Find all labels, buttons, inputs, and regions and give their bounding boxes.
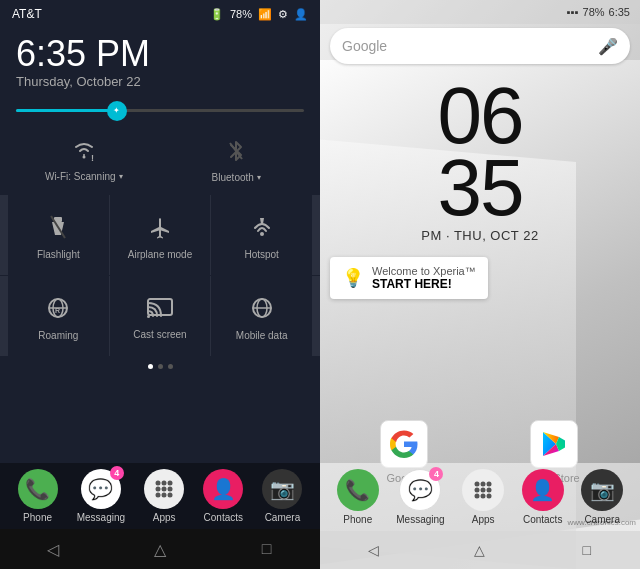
battery-icon: 🔋 [210, 8, 224, 21]
right-dock-contacts[interactable]: 👤 Contacts [522, 469, 564, 525]
svg-point-6 [260, 232, 264, 236]
svg-point-18 [168, 481, 173, 486]
svg-point-0 [82, 155, 85, 158]
svg-point-22 [156, 493, 161, 498]
apps-icon[interactable] [144, 469, 184, 509]
svg-point-32 [481, 494, 486, 499]
hotspot-tile[interactable]: Hotspot [211, 195, 312, 275]
settings-icon[interactable]: ⚙ [278, 8, 288, 21]
signal-icon: 📶 [258, 8, 272, 21]
dock-apps[interactable]: Apps [144, 469, 184, 523]
google-icon[interactable] [380, 420, 428, 468]
cast-tile[interactable]: Cast screen [110, 276, 211, 356]
svg-text:!: ! [91, 153, 94, 161]
right-messaging-badge: 4 [429, 467, 443, 481]
messaging-label: Messaging [77, 512, 125, 523]
xperia-cta: START HERE! [372, 277, 476, 291]
user-icon[interactable]: 👤 [294, 8, 308, 21]
svg-point-29 [481, 488, 486, 493]
svg-point-16 [156, 481, 161, 486]
dock-phone[interactable]: 📞 Phone [18, 469, 58, 523]
flashlight-icon [48, 215, 68, 245]
svg-point-19 [156, 487, 161, 492]
svg-text:R: R [55, 307, 60, 314]
airplane-label: Airplane mode [128, 249, 192, 260]
xperia-text: Welcome to Xperia™ START HERE! [372, 265, 476, 291]
dot-2 [158, 364, 163, 369]
nav-bar-left: ◁ △ □ [0, 529, 320, 569]
right-dock-messaging[interactable]: 💬 4 Messaging [396, 469, 444, 525]
right-messaging-icon[interactable]: 💬 4 [399, 469, 441, 511]
watermark: www.cntronics.com [568, 518, 636, 527]
bulb-icon: 💡 [342, 267, 364, 289]
dock-camera[interactable]: 📷 Camera [262, 469, 302, 523]
status-bar-left: AT&T 🔋 78% 📶 ⚙ 👤 [0, 0, 320, 28]
flashlight-label: Flashlight [37, 249, 80, 260]
quick-settings-row2: Flashlight Airplane mode Hotspot [0, 195, 320, 275]
svg-point-23 [162, 493, 167, 498]
google-search-bar[interactable]: Google 🎤 [330, 28, 630, 64]
dock-contacts[interactable]: 👤 Contacts [203, 469, 243, 523]
mic-icon[interactable]: 🎤 [598, 37, 618, 56]
airplane-tile[interactable]: Airplane mode [110, 195, 211, 275]
mobiledata-tile[interactable]: Mobile data [211, 276, 312, 356]
nav-bar-right: ◁ △ □ [320, 531, 640, 569]
contacts-label: Contacts [204, 512, 243, 523]
right-contacts-label: Contacts [523, 514, 562, 525]
clock-minutes: 35 [320, 152, 640, 224]
svg-point-24 [168, 493, 173, 498]
dot-1 [148, 364, 153, 369]
recents-button[interactable]: □ [247, 529, 287, 569]
hotspot-icon [250, 215, 274, 245]
bt-dropdown-arrow: ▾ [257, 173, 261, 182]
bluetooth-tile[interactable]: Bluetooth ▾ [161, 124, 313, 194]
brightness-track[interactable] [16, 109, 304, 112]
right-time: 6:35 [609, 6, 630, 18]
roaming-icon: R [46, 296, 70, 326]
mobiledata-icon [250, 296, 274, 326]
right-phone-label: Phone [343, 514, 372, 525]
roaming-tile[interactable]: R Roaming [8, 276, 109, 356]
search-placeholder: Google [342, 38, 598, 54]
phone-label: Phone [23, 512, 52, 523]
right-contacts-icon[interactable]: 👤 [522, 469, 564, 511]
quick-settings-row1: ! Wi-Fi: Scanning ▾ Bluetooth ▾ [0, 124, 320, 194]
notification-shade: AT&T 🔋 78% 📶 ⚙ 👤 6:35 PM Thursday, Octob… [0, 0, 320, 569]
flashlight-tile[interactable]: Flashlight [8, 195, 109, 275]
right-home-button[interactable]: △ [460, 531, 500, 569]
right-dock-camera[interactable]: 📷 Camera [581, 469, 623, 525]
right-back-button[interactable]: ◁ [353, 531, 393, 569]
phone-icon[interactable]: 📞 [18, 469, 58, 509]
wifi-dropdown-arrow: ▾ [119, 172, 123, 181]
brightness-fill [16, 109, 117, 112]
contacts-icon[interactable]: 👤 [203, 469, 243, 509]
bluetooth-label: Bluetooth ▾ [212, 172, 261, 183]
svg-point-27 [487, 482, 492, 487]
home-button[interactable]: △ [140, 529, 180, 569]
wifi-tile[interactable]: ! Wi-Fi: Scanning ▾ [8, 124, 160, 194]
svg-point-12 [147, 315, 150, 318]
right-dock-apps[interactable]: Apps [462, 469, 504, 525]
messaging-badge: 4 [110, 466, 124, 480]
messaging-icon[interactable]: 💬 4 [81, 469, 121, 509]
roaming-label: Roaming [38, 330, 78, 341]
xperia-welcome-card[interactable]: 💡 Welcome to Xperia™ START HERE! [330, 257, 630, 299]
back-button[interactable]: ◁ [33, 529, 73, 569]
dock-messaging[interactable]: 💬 4 Messaging [77, 469, 125, 523]
brightness-thumb[interactable] [107, 101, 127, 121]
battery-percent: 78% [230, 8, 252, 20]
camera-label: Camera [265, 512, 301, 523]
right-dock-phone[interactable]: 📞 Phone [337, 469, 379, 525]
right-camera-icon[interactable]: 📷 [581, 469, 623, 511]
clock-hours: 06 [320, 80, 640, 152]
camera-icon[interactable]: 📷 [262, 469, 302, 509]
right-phone-icon[interactable]: 📞 [337, 469, 379, 511]
playstore-icon[interactable] [530, 420, 578, 468]
time-block: 6:35 PM Thursday, October 22 [0, 28, 320, 101]
status-bar-right: ▪▪▪ 78% 6:35 [320, 0, 640, 24]
right-apps-icon[interactable] [462, 469, 504, 511]
mobiledata-label: Mobile data [236, 330, 288, 341]
right-recents-button[interactable]: □ [567, 531, 607, 569]
svg-point-31 [475, 494, 480, 499]
brightness-slider[interactable] [0, 101, 320, 124]
